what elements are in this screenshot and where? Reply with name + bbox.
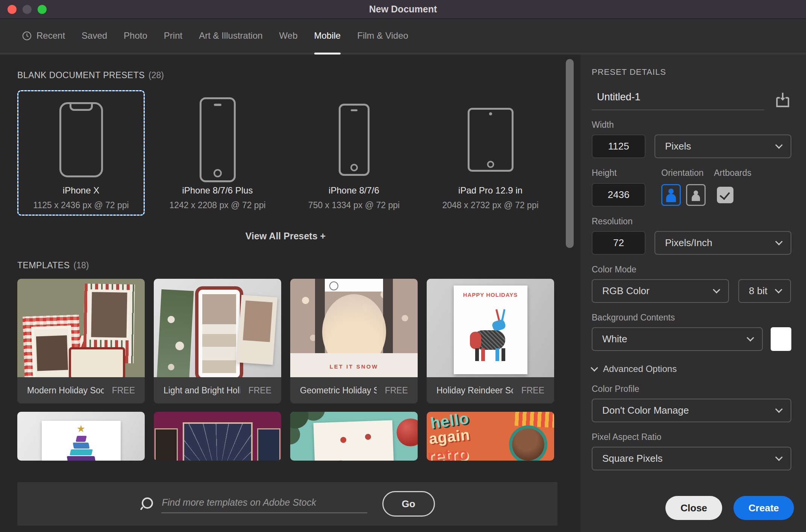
close-button[interactable]: Close bbox=[665, 496, 722, 520]
width-input[interactable] bbox=[592, 135, 645, 158]
orientation-landscape-button[interactable] bbox=[686, 184, 706, 206]
resolution-input[interactable] bbox=[592, 231, 645, 255]
orientation-label: Orientation bbox=[661, 168, 704, 178]
preset-name: iPhone 8/7/6 Plus bbox=[182, 185, 253, 196]
template-title: Light and Bright Holi... bbox=[164, 385, 240, 396]
chevron-down-icon bbox=[775, 405, 783, 413]
preset-card-iphone[interactable]: iPhone 8/7/6 750 x 1334 px @ 72 ppi bbox=[290, 90, 418, 216]
chevron-down-icon bbox=[775, 453, 783, 461]
preset-card-iphone-x[interactable]: iPhone X 1125 x 2436 px @ 72 ppi bbox=[17, 90, 145, 216]
preset-dimensions: 1125 x 2436 px @ 72 ppi bbox=[33, 200, 129, 210]
template-thumbnail: hello again retro bbox=[427, 412, 554, 461]
template-thumbnail: NEW YEAR BRIGHT bbox=[17, 279, 145, 377]
bit-depth-select[interactable]: 8 bit bbox=[738, 279, 791, 303]
template-title: Holiday Reindeer So... bbox=[436, 385, 513, 396]
category-tabbar: Recent Saved Photo Print Art & Illustrat… bbox=[0, 19, 806, 54]
template-thumbnail: ★ bbox=[17, 412, 145, 461]
vertical-scrollbar[interactable] bbox=[566, 59, 574, 248]
template-card-happy-holidays-card[interactable]: happy bbox=[290, 412, 418, 461]
orientation-portrait-button[interactable] bbox=[661, 184, 681, 206]
tab-web[interactable]: Web bbox=[279, 19, 298, 53]
free-badge: FREE bbox=[112, 385, 135, 396]
template-thumbnail: LET IT SNOW bbox=[290, 279, 418, 377]
chevron-down-icon bbox=[591, 364, 598, 372]
template-thumbnail bbox=[154, 279, 281, 377]
artboards-checkbox[interactable] bbox=[717, 187, 733, 203]
preset-dimensions: 1242 x 2208 px @ 72 ppi bbox=[169, 200, 265, 210]
go-button[interactable]: Go bbox=[382, 491, 435, 517]
clock-icon bbox=[22, 31, 32, 41]
advanced-options-toggle[interactable]: Advanced Options bbox=[592, 364, 791, 374]
create-button[interactable]: Create bbox=[733, 496, 794, 520]
free-badge: FREE bbox=[521, 385, 544, 396]
preset-grid: iPhone X 1125 x 2436 px @ 72 ppi iPhone … bbox=[17, 90, 580, 216]
templates-count: (18) bbox=[74, 260, 89, 270]
presets-count: (28) bbox=[148, 70, 164, 80]
template-thumbnail: SEASON'S Greetings bbox=[154, 412, 281, 461]
close-window-button[interactable] bbox=[8, 5, 17, 14]
chevron-down-icon bbox=[775, 238, 783, 245]
template-title: Geometric Holiday S... bbox=[300, 385, 377, 396]
tab-photo[interactable]: Photo bbox=[124, 19, 147, 53]
template-card-holiday-reindeer[interactable]: HAPPY HOLIDAYS Holida bbox=[427, 279, 554, 404]
save-preset-icon[interactable] bbox=[774, 90, 791, 110]
background-contents-select[interactable]: White bbox=[592, 327, 763, 351]
tab-print[interactable]: Print bbox=[164, 19, 182, 53]
iphone-plus-icon bbox=[200, 97, 236, 182]
color-mode-label: Color Mode bbox=[592, 264, 791, 275]
template-card-hello-again-retro[interactable]: hello again retro bbox=[427, 412, 554, 461]
view-all-presets-link[interactable]: View All Presets + bbox=[17, 231, 554, 242]
chevron-down-icon bbox=[713, 286, 720, 293]
adobe-stock-search-bar: Go bbox=[17, 482, 558, 526]
titlebar: New Document bbox=[0, 0, 806, 19]
color-profile-label: Color Profile bbox=[592, 384, 791, 394]
template-card-ribbon-tree[interactable]: ★ bbox=[17, 412, 145, 461]
content-area: BLANK DOCUMENT PRESETS(28) iPhone X 1125… bbox=[0, 54, 580, 532]
window-title: New Document bbox=[369, 4, 437, 15]
preset-dimensions: 2048 x 2732 px @ 72 ppi bbox=[442, 200, 538, 210]
template-card-modern-holiday[interactable]: NEW YEAR BRIGHT Modern Holiday Soci... F… bbox=[17, 279, 145, 404]
width-unit-select[interactable]: Pixels bbox=[654, 135, 791, 158]
tab-film-video[interactable]: Film & Video bbox=[357, 19, 408, 53]
search-input[interactable] bbox=[161, 495, 367, 513]
color-mode-select[interactable]: RGB Color bbox=[592, 279, 729, 303]
template-thumbnail: HAPPY HOLIDAYS bbox=[427, 279, 554, 377]
preset-card-ipad-pro[interactable]: iPad Pro 12.9 in 2048 x 2732 px @ 72 ppi bbox=[427, 90, 554, 216]
template-grid-row1: NEW YEAR BRIGHT Modern Holiday Soci... F… bbox=[17, 279, 580, 404]
pixel-aspect-ratio-label: Pixel Aspect Ratio bbox=[592, 432, 791, 442]
iphone-icon bbox=[339, 104, 370, 176]
preset-card-iphone-plus[interactable]: iPhone 8/7/6 Plus 1242 x 2208 px @ 72 pp… bbox=[154, 90, 281, 216]
templates-heading: TEMPLATES(18) bbox=[17, 260, 580, 271]
chevron-down-icon bbox=[747, 334, 754, 342]
window-controls bbox=[8, 0, 47, 19]
zoom-window-button[interactable] bbox=[38, 5, 47, 14]
resolution-unit-select[interactable]: Pixels/Inch bbox=[654, 231, 791, 255]
height-label: Height bbox=[592, 168, 617, 178]
search-icon bbox=[140, 497, 152, 510]
ipad-icon bbox=[468, 108, 514, 172]
template-card-seasons-greetings[interactable]: SEASON'S Greetings bbox=[154, 412, 281, 461]
iphone-x-icon bbox=[59, 102, 103, 177]
tab-saved[interactable]: Saved bbox=[82, 19, 107, 53]
background-color-swatch[interactable] bbox=[771, 327, 791, 351]
tab-mobile[interactable]: Mobile bbox=[314, 19, 341, 53]
resolution-label: Resolution bbox=[592, 216, 791, 227]
preset-name: iPad Pro 12.9 in bbox=[458, 185, 523, 196]
height-input[interactable] bbox=[592, 183, 645, 207]
tab-art-illustration[interactable]: Art & Illustration bbox=[199, 19, 262, 53]
pixel-aspect-ratio-select[interactable]: Square Pixels bbox=[592, 447, 791, 470]
template-grid-row2: ★ SEASON'S Greetings bbox=[17, 412, 580, 461]
color-profile-select[interactable]: Don't Color Manage bbox=[592, 399, 791, 422]
free-badge: FREE bbox=[385, 385, 408, 396]
template-card-geometric-holiday[interactable]: LET IT SNOW Geometric Holiday S... FREE bbox=[290, 279, 418, 404]
document-name-field[interactable]: Untitled-1 bbox=[592, 86, 764, 110]
minimize-window-button[interactable] bbox=[23, 5, 32, 14]
tab-recent[interactable]: Recent bbox=[22, 19, 65, 53]
preset-dimensions: 750 x 1334 px @ 72 ppi bbox=[308, 200, 400, 210]
preset-name: iPhone X bbox=[63, 185, 99, 196]
template-card-light-bright[interactable]: Light and Bright Holi... FREE bbox=[154, 279, 281, 404]
free-badge: FREE bbox=[248, 385, 271, 396]
chevron-down-icon bbox=[775, 286, 782, 293]
presets-heading: BLANK DOCUMENT PRESETS(28) bbox=[17, 70, 580, 80]
width-label: Width bbox=[592, 120, 791, 130]
